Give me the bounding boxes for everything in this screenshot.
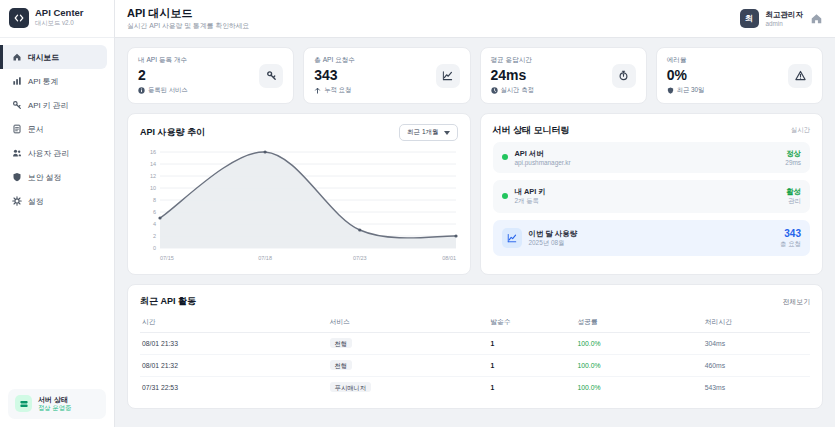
chart-title: API 사용량 추이 [140, 126, 205, 139]
stat-value: 343 [314, 67, 355, 83]
activity-title: 최근 API 활동 [140, 295, 196, 308]
status-dot-green [502, 154, 508, 160]
monitor-item-subtitle: 2개 등록 [515, 197, 546, 206]
col-header-duration: 처리시간 [703, 313, 810, 333]
shield-icon [12, 172, 22, 182]
sidebar-item-label: 보안 설정 [28, 172, 61, 183]
stat-label: 평균 응답시간 [491, 56, 534, 65]
users-icon [12, 148, 22, 158]
cell-duration: 460ms [703, 355, 810, 377]
svg-text:07/15: 07/15 [160, 255, 174, 261]
cell-count: 1 [488, 377, 575, 399]
svg-text:8: 8 [153, 197, 156, 203]
sidebar: API Center 대시보드 v2.0 대시보드 API 통계 API 키 관… [0, 0, 115, 427]
sidebar-item-api-keys[interactable]: API 키 관리 [0, 93, 107, 117]
stat-value: 24ms [491, 67, 534, 83]
sidebar-item-label: 설정 [28, 196, 44, 207]
monitor-item-subtitle: api.pushmanager.kr [515, 159, 571, 166]
line-chart-icon [436, 64, 460, 88]
sidebar-item-label: 문서 [28, 124, 44, 135]
key-icon [259, 64, 283, 88]
stat-footer: 누적 요청 [324, 86, 351, 95]
server-status-widget: 서버 상태 정상 운영중 [8, 389, 106, 419]
service-badge: 천행 [330, 360, 353, 370]
monitor-item-api-server[interactable]: API 서버 api.pushmanager.kr 정상 29ms [493, 142, 811, 173]
home-icon[interactable] [810, 12, 823, 25]
clock-icon [491, 87, 498, 94]
sidebar-item-docs[interactable]: 문서 [0, 117, 107, 141]
svg-text:14: 14 [150, 161, 156, 167]
svg-text:4: 4 [153, 221, 156, 227]
cell-time: 08/01 21:33 [140, 333, 328, 355]
monitor-item-api-keys[interactable]: 내 API 키 2개 등록 활성 관리 [493, 180, 811, 213]
chevron-down-icon [444, 131, 450, 135]
main-area: API 대시보드 실시간 API 사용량 및 통계를 확인하세요 최 최고관리자… [115, 0, 835, 427]
sidebar-item-security[interactable]: 보안 설정 [0, 165, 107, 189]
stat-card-registered-apis: 내 API 등록 개수 2 등록된 서비스 [127, 47, 294, 104]
svg-text:08/01: 08/01 [442, 255, 456, 261]
arrow-up-icon [314, 87, 321, 94]
monitor-item-title: 이번 달 사용량 [529, 229, 577, 239]
sidebar-item-dashboard[interactable]: 대시보드 [0, 45, 107, 69]
svg-text:2: 2 [153, 233, 156, 239]
app-logo[interactable]: API Center 대시보드 v2.0 [0, 0, 114, 38]
sidebar-item-api-stats[interactable]: API 통계 [0, 69, 107, 93]
avatar[interactable]: 최 [740, 9, 759, 28]
line-chart-icon [502, 228, 522, 248]
monitor-item-title: API 서버 [515, 149, 571, 159]
stopwatch-icon [612, 64, 636, 88]
stat-value: 0% [667, 67, 705, 83]
svg-text:07/18: 07/18 [258, 255, 272, 261]
svg-text:10: 10 [150, 185, 156, 191]
view-all-link[interactable]: 전체보기 [783, 297, 810, 307]
col-header-count: 발송수 [488, 313, 575, 333]
user-menu: 최 최고관리자 admin [740, 9, 824, 28]
cell-count: 1 [488, 355, 575, 377]
stat-value: 2 [138, 67, 188, 83]
monitor-list: API 서버 api.pushmanager.kr 정상 29ms [493, 142, 811, 256]
topbar: API 대시보드 실시간 API 사용량 및 통계를 확인하세요 최 최고관리자… [115, 0, 835, 38]
activity-table: 시간 서비스 발송수 성공률 처리시간 08/01 21:33 천행 1 [140, 313, 810, 398]
stat-card-avg-response: 평균 응답시간 24ms 실시간 측정 [480, 47, 647, 104]
monitor-item-detail: 29ms [785, 159, 801, 166]
user-name: 최고관리자 [766, 10, 804, 19]
table-row[interactable]: 08/01 21:33 천행 1 100.0% 304ms [140, 333, 810, 355]
key-icon [12, 100, 22, 110]
recent-activity-card: 최근 API 활동 전체보기 시간 서비스 발송수 성공률 처리시간 [127, 284, 823, 409]
monitor-item-monthly-usage[interactable]: 이번 달 사용량 2025년 08월 343 총 요청 [493, 220, 811, 257]
usage-area-chart: 024681012141607/1507/1807/2308/01 [140, 146, 458, 264]
cell-count: 1 [488, 333, 575, 355]
svg-text:16: 16 [150, 149, 156, 155]
monitor-item-status: 343 [780, 227, 801, 241]
range-select[interactable]: 최근 1개월 [399, 124, 457, 141]
stat-card-total-requests: 총 API 요청수 343 누적 요청 [303, 47, 470, 104]
col-header-service: 서비스 [328, 313, 489, 333]
svg-text:07/23: 07/23 [353, 255, 367, 261]
stat-label: 내 API 등록 개수 [138, 56, 188, 65]
cell-duration: 543ms [703, 377, 810, 399]
monitor-title: 서버 상태 모니터링 [493, 124, 570, 137]
table-row[interactable]: 08/01 21:32 천행 1 100.0% 460ms [140, 355, 810, 377]
monitor-item-detail: 총 요청 [780, 240, 801, 249]
usage-chart-card: API 사용량 추이 최근 1개월 024681012141607/1507/1… [127, 113, 471, 275]
table-row[interactable]: 07/31 22:53 푸시매니저 1 100.0% 543ms [140, 377, 810, 399]
server-status-title: 서버 상태 [38, 395, 71, 404]
sidebar-item-settings[interactable]: 설정 [0, 189, 107, 213]
col-header-success: 성공률 [575, 313, 702, 333]
service-badge: 푸시매니저 [330, 382, 371, 392]
cell-time: 07/31 22:53 [140, 377, 328, 399]
bar-chart-icon [12, 76, 22, 86]
sidebar-item-label: API 키 관리 [28, 100, 68, 111]
server-icon [15, 395, 32, 412]
svg-text:0: 0 [153, 245, 156, 251]
home-icon [12, 52, 22, 62]
page-subtitle: 실시간 API 사용량 및 통계를 확인하세요 [127, 21, 249, 31]
sidebar-item-users[interactable]: 사용자 관리 [0, 141, 107, 165]
page-title: API 대시보드 [127, 6, 249, 20]
stats-row: 내 API 등록 개수 2 등록된 서비스 총 API 요청수 343 [127, 47, 823, 104]
sidebar-item-label: 대시보드 [28, 52, 59, 63]
middle-row: API 사용량 추이 최근 1개월 024681012141607/1507/1… [127, 113, 823, 275]
svg-text:12: 12 [150, 173, 156, 179]
range-selected-value: 최근 1개월 [407, 128, 438, 137]
content: 내 API 등록 개수 2 등록된 서비스 총 API 요청수 343 [115, 38, 835, 427]
